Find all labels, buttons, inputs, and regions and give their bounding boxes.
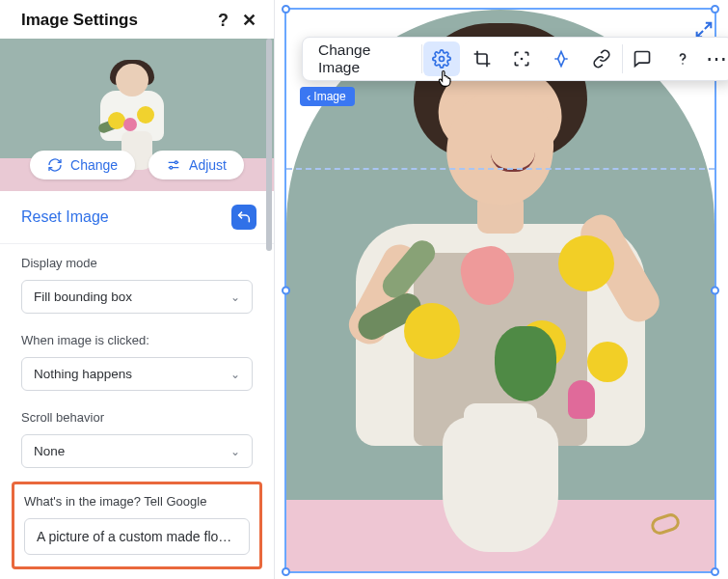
image-settings-panel: Image Settings ? ✕ Cha <box>0 0 275 579</box>
close-icon[interactable]: ✕ <box>242 10 256 31</box>
help-icon <box>673 49 692 69</box>
editor-canvas[interactable]: Change Image ⋯ <box>275 0 728 579</box>
chevron-down-icon: ⌄ <box>230 290 240 304</box>
resize-handle-tl[interactable] <box>282 5 290 14</box>
toolbar-help-button[interactable] <box>664 41 700 76</box>
click-action-select[interactable]: Nothing happens ⌄ <box>21 357 253 391</box>
scroll-behavior-select[interactable]: None ⌄ <box>21 434 253 468</box>
focal-point-button[interactable] <box>503 41 539 76</box>
breadcrumb-image[interactable]: Image <box>300 87 355 106</box>
comment-icon <box>633 49 652 69</box>
panel-title: Image Settings <box>21 11 138 30</box>
svg-point-4 <box>682 63 684 65</box>
scroll-behavior-label: Scroll behavior <box>21 410 253 425</box>
comment-button[interactable] <box>624 41 660 76</box>
panel-scroll-thumb[interactable] <box>266 39 272 251</box>
scroll-behavior-value: None <box>34 444 65 458</box>
resize-handle-mr[interactable] <box>711 287 719 295</box>
panel-scrollbar[interactable] <box>266 39 272 571</box>
undo-button[interactable] <box>231 205 256 230</box>
guide-line <box>286 168 715 170</box>
change-image-action[interactable]: Change Image <box>303 41 421 76</box>
svg-point-1 <box>170 166 173 169</box>
alt-text-highlight: What's in the image? Tell Google A pictu… <box>12 482 262 569</box>
crop-button[interactable] <box>464 41 499 76</box>
resize-handle-tr[interactable] <box>711 5 719 14</box>
svg-point-2 <box>440 57 445 62</box>
svg-point-0 <box>175 161 177 164</box>
adjust-image-label: Adjust <box>189 157 227 173</box>
image-preview: Change Adjust <box>0 39 274 191</box>
reset-image-link[interactable]: Reset Image <box>21 208 109 226</box>
animation-icon <box>552 49 571 69</box>
display-mode-select[interactable]: Fill bounding box ⌄ <box>21 280 253 314</box>
svg-point-3 <box>521 58 524 61</box>
adjust-image-button[interactable]: Adjust <box>148 151 244 179</box>
help-icon[interactable]: ? <box>218 11 229 31</box>
sliders-icon <box>166 157 181 173</box>
change-image-label: Change <box>70 157 118 173</box>
click-action-value: Nothing happens <box>34 367 132 381</box>
link-icon <box>592 49 611 69</box>
change-image-button[interactable]: Change <box>30 151 135 179</box>
display-mode-label: Display mode <box>21 256 253 270</box>
chevron-down-icon: ⌄ <box>230 445 240 458</box>
animation-button[interactable] <box>544 41 580 76</box>
resize-handle-bl[interactable] <box>282 567 290 576</box>
focal-icon <box>512 49 531 69</box>
resize-handle-br[interactable] <box>711 567 719 576</box>
crop-icon <box>472 49 492 69</box>
display-mode-value: Fill bounding box <box>34 290 132 304</box>
refresh-icon <box>47 157 63 173</box>
breadcrumb-label: Image <box>313 90 345 103</box>
alt-text-label: What's in the image? Tell Google <box>24 494 250 509</box>
pointer-cursor-icon <box>435 68 454 89</box>
undo-icon <box>236 209 252 225</box>
panel-header: Image Settings ? ✕ <box>0 0 274 39</box>
more-button[interactable]: ⋯ <box>702 46 728 71</box>
image-toolbar: Change Image ⋯ <box>302 37 728 81</box>
gear-icon <box>432 49 451 69</box>
chevron-down-icon: ⌄ <box>230 368 240 381</box>
resize-handle-ml[interactable] <box>282 287 290 295</box>
link-button[interactable] <box>583 41 619 76</box>
alt-text-input[interactable]: A picture of a custom made flowe… <box>24 518 250 555</box>
click-action-label: When image is clicked: <box>21 333 253 347</box>
